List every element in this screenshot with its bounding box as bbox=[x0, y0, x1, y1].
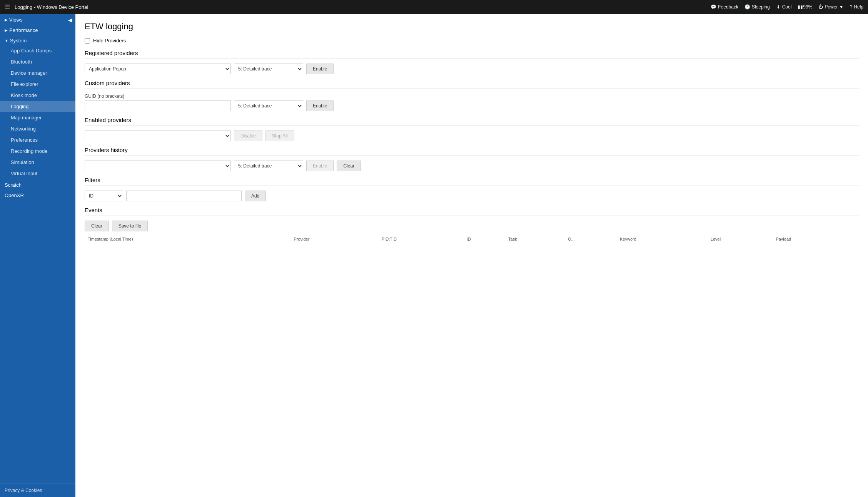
sidebar-label-openxr: OpenXR bbox=[5, 192, 24, 198]
power-button[interactable]: ⏻ Power ▼ bbox=[818, 4, 843, 10]
sidebar-label-map-manager: Map manager bbox=[11, 115, 42, 120]
feedback-icon: 💬 bbox=[711, 4, 716, 10]
help-icon: ? bbox=[850, 4, 853, 10]
enabled-provider-select[interactable] bbox=[85, 131, 231, 141]
sidebar-item-openxr[interactable]: OpenXR bbox=[0, 189, 75, 200]
providers-history-section: Providers history 5: Detailed trace 1: C… bbox=[85, 147, 859, 171]
custom-enable-button[interactable]: Enable bbox=[306, 100, 334, 111]
sidebar-label-scratch: Scratch bbox=[5, 182, 22, 188]
history-trace-select[interactable]: 5: Detailed trace 1: Critical 2: Error 3… bbox=[234, 161, 303, 171]
events-section: Events Clear Save to file Timestamp (Loc… bbox=[85, 207, 859, 243]
sidebar-item-recording-mode[interactable]: Recording mode bbox=[0, 146, 75, 157]
sidebar-item-kiosk-mode[interactable]: Kiosk mode bbox=[0, 90, 75, 101]
performance-arrow-icon: ▶ bbox=[5, 28, 8, 32]
sleeping-label: Sleeping bbox=[752, 4, 770, 10]
sidebar-performance-label: Performance bbox=[9, 27, 38, 33]
sidebar-item-simulation[interactable]: Simulation bbox=[0, 157, 75, 168]
views-arrow-icon: ▶ bbox=[5, 18, 8, 22]
feedback-button[interactable]: 💬 Feedback bbox=[711, 4, 738, 10]
col-keyword: Keyword bbox=[617, 235, 708, 243]
history-enable-button[interactable]: Enable bbox=[306, 161, 334, 171]
custom-providers-row: 5: Detailed trace 1: Critical 2: Error 3… bbox=[85, 100, 859, 111]
system-arrow-icon: ▼ bbox=[5, 38, 8, 43]
menu-icon[interactable]: ☰ bbox=[5, 3, 10, 11]
sleeping-status: 🕐 Sleeping bbox=[744, 4, 770, 10]
sidebar-item-file-explorer[interactable]: File explorer bbox=[0, 79, 75, 90]
feedback-label: Feedback bbox=[718, 4, 738, 10]
hide-providers-label[interactable]: Hide Providers bbox=[93, 38, 126, 44]
registered-providers-title: Registered providers bbox=[85, 50, 859, 59]
registered-providers-row: Application Popup Microsoft-Windows-Kern… bbox=[85, 64, 859, 74]
sidebar-label-networking: Networking bbox=[11, 126, 36, 132]
sidebar-label-bluetooth: Bluetooth bbox=[11, 59, 32, 65]
registered-trace-select[interactable]: 5: Detailed trace 1: Critical 2: Error 3… bbox=[234, 64, 303, 74]
hide-providers-checkbox[interactable] bbox=[85, 38, 90, 44]
filters-section: Filters ID Task PID TID Add bbox=[85, 177, 859, 201]
registered-providers-section: Registered providers Application Popup M… bbox=[85, 50, 859, 74]
power-label: Power ▼ bbox=[825, 4, 843, 10]
guid-label: GUID (no brackets) bbox=[85, 94, 859, 99]
filter-value-input[interactable] bbox=[126, 191, 242, 201]
stop-all-button[interactable]: Stop All bbox=[265, 131, 294, 141]
col-o: O... bbox=[565, 235, 617, 243]
disable-button[interactable]: Disable bbox=[234, 131, 262, 141]
col-payload: Payload bbox=[773, 235, 859, 243]
filter-type-select[interactable]: ID Task PID TID bbox=[85, 191, 123, 201]
content-area: ETW logging Hide Providers Registered pr… bbox=[75, 14, 868, 497]
registered-provider-select[interactable]: Application Popup Microsoft-Windows-Kern… bbox=[85, 64, 231, 74]
sidebar: ◀ ▶ Views ▶ Performance ▼ System App Cra… bbox=[0, 14, 75, 497]
providers-history-title: Providers history bbox=[85, 147, 859, 156]
guid-input[interactable] bbox=[85, 100, 231, 111]
sidebar-item-preferences[interactable]: Preferences bbox=[0, 134, 75, 146]
sidebar-item-map-manager[interactable]: Map manager bbox=[0, 112, 75, 123]
enabled-providers-title: Enabled providers bbox=[85, 117, 859, 126]
sidebar-label-simulation: Simulation bbox=[11, 159, 34, 165]
sidebar-collapse-button[interactable]: ◀ bbox=[68, 17, 72, 23]
custom-trace-select[interactable]: 5: Detailed trace 1: Critical 2: Error 3… bbox=[234, 100, 303, 111]
sidebar-item-system[interactable]: ▼ System bbox=[0, 35, 75, 45]
sidebar-item-bluetooth[interactable]: Bluetooth bbox=[0, 56, 75, 67]
privacy-cookies-link[interactable]: Privacy & Cookies bbox=[0, 484, 75, 497]
providers-history-row: 5: Detailed trace 1: Critical 2: Error 3… bbox=[85, 161, 859, 171]
col-task: Task bbox=[505, 235, 565, 243]
help-button[interactable]: ? Help bbox=[850, 4, 863, 10]
custom-providers-title: Custom providers bbox=[85, 80, 859, 89]
titlebar-actions: 💬 Feedback 🕐 Sleeping 🌡 Cool ▮▮99% ⏻ Pow… bbox=[711, 4, 863, 10]
sleeping-icon: 🕐 bbox=[744, 4, 750, 10]
battery-label: ▮▮99% bbox=[798, 4, 812, 10]
filter-add-button[interactable]: Add bbox=[245, 191, 266, 201]
col-timestamp: Timestamp (Local Time) bbox=[85, 235, 290, 243]
sidebar-label-device-manager: Device manager bbox=[11, 70, 47, 76]
col-id: ID bbox=[464, 235, 505, 243]
sidebar-item-performance[interactable]: ▶ Performance bbox=[0, 24, 75, 35]
events-save-button[interactable]: Save to file bbox=[112, 221, 148, 231]
sidebar-item-app-crash-dumps[interactable]: App Crash Dumps bbox=[0, 45, 75, 56]
custom-providers-section: Custom providers GUID (no brackets) 5: D… bbox=[85, 80, 859, 111]
sidebar-label-app-crash-dumps: App Crash Dumps bbox=[11, 48, 52, 54]
sidebar-label-virtual-input: Virtual Input bbox=[11, 171, 37, 176]
battery-status: ▮▮99% bbox=[798, 4, 812, 10]
sidebar-item-device-manager[interactable]: Device manager bbox=[0, 67, 75, 79]
sidebar-item-logging[interactable]: Logging bbox=[0, 101, 75, 112]
titlebar: ☰ Logging - Windows Device Portal 💬 Feed… bbox=[0, 0, 868, 14]
events-clear-button[interactable]: Clear bbox=[85, 221, 109, 231]
sidebar-system-label: System bbox=[10, 38, 27, 44]
sidebar-item-views[interactable]: ▶ Views bbox=[0, 14, 75, 24]
main-layout: ◀ ▶ Views ▶ Performance ▼ System App Cra… bbox=[0, 14, 868, 497]
sidebar-label-recording-mode: Recording mode bbox=[11, 148, 47, 154]
filters-title: Filters bbox=[85, 177, 859, 186]
privacy-cookies-label: Privacy & Cookies bbox=[5, 488, 42, 493]
cool-status: 🌡 Cool bbox=[776, 4, 792, 10]
enabled-providers-section: Enabled providers Disable Stop All bbox=[85, 117, 859, 141]
temperature-icon: 🌡 bbox=[776, 4, 781, 10]
sidebar-item-scratch[interactable]: Scratch bbox=[0, 179, 75, 189]
history-provider-select[interactable] bbox=[85, 161, 231, 171]
events-table: Timestamp (Local Time) Provider PID:TID … bbox=[85, 235, 859, 243]
col-level: Level bbox=[708, 235, 773, 243]
col-provider: Provider bbox=[290, 235, 378, 243]
history-clear-button[interactable]: Clear bbox=[337, 161, 361, 171]
registered-enable-button[interactable]: Enable bbox=[306, 64, 334, 74]
sidebar-item-virtual-input[interactable]: Virtual Input bbox=[0, 168, 75, 179]
enabled-providers-row: Disable Stop All bbox=[85, 131, 859, 141]
sidebar-item-networking[interactable]: Networking bbox=[0, 123, 75, 134]
